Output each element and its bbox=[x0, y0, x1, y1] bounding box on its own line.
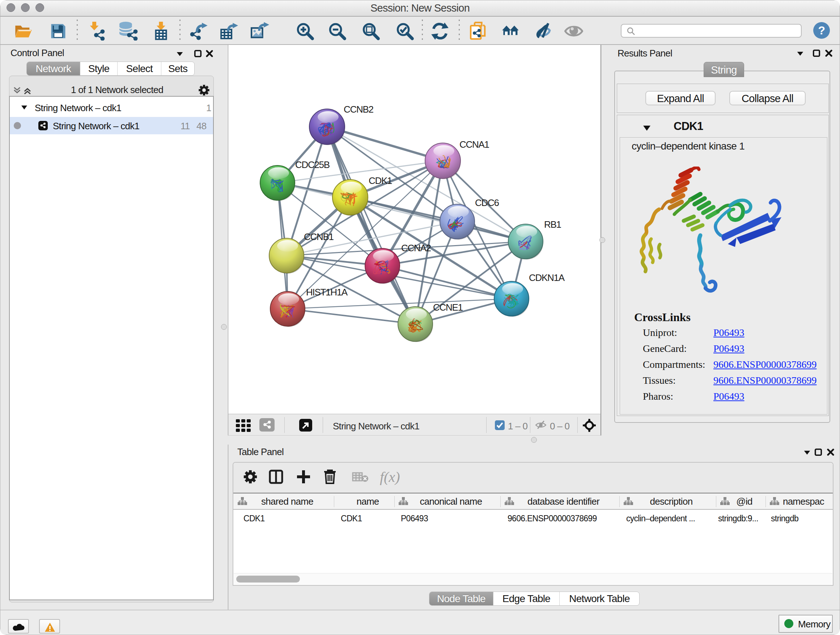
svg-text:CCNA1: CCNA1 bbox=[459, 139, 489, 150]
svg-text:CCNE1: CCNE1 bbox=[433, 302, 463, 313]
svg-text:CDKN1A: CDKN1A bbox=[529, 272, 565, 283]
svg-text:CDK1: CDK1 bbox=[369, 175, 392, 186]
svg-text:CDC6: CDC6 bbox=[475, 197, 499, 208]
svg-text:CDC25B: CDC25B bbox=[295, 159, 330, 170]
svg-text:HIST1H1A: HIST1H1A bbox=[306, 287, 348, 298]
svg-text:RB1: RB1 bbox=[544, 219, 561, 230]
svg-text:CCNA2: CCNA2 bbox=[401, 242, 431, 253]
svg-text:CCNB2: CCNB2 bbox=[344, 104, 373, 115]
svg-text:CCNB1: CCNB1 bbox=[304, 231, 333, 242]
